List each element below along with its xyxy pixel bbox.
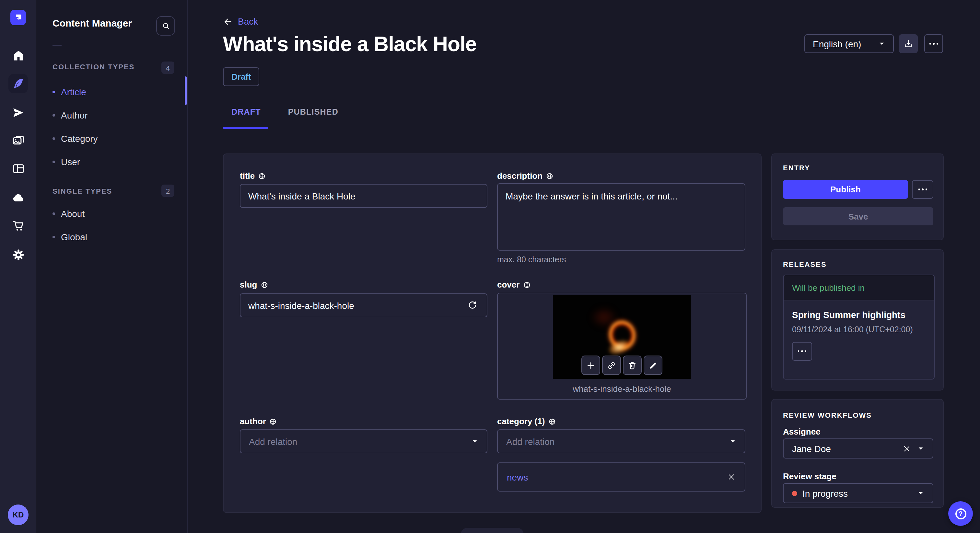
tab-published[interactable]: PUBLISHED <box>280 108 347 117</box>
globe-icon <box>260 281 268 289</box>
release-name: Spring Summer highlights <box>792 309 905 320</box>
entry-panel: ENTRY Publish Save <box>771 154 944 240</box>
title-field-label: title <box>240 171 266 181</box>
media-library-icon[interactable] <box>11 133 25 148</box>
marketplace-cart-icon[interactable] <box>11 218 25 233</box>
chevron-down-icon <box>917 490 924 497</box>
slug-input[interactable] <box>240 293 487 317</box>
cloud-deploy-icon[interactable] <box>11 190 25 205</box>
stage-value: In progress <box>802 488 848 498</box>
assignee-label: Assignee <box>783 427 821 436</box>
review-panel-title: REVIEW WORKFLOWS <box>783 411 872 419</box>
help-button[interactable]: ? <box>948 501 973 526</box>
locale-select[interactable]: English (en) <box>804 34 894 53</box>
save-button[interactable]: Save <box>783 207 933 225</box>
strapi-logo-icon[interactable] <box>10 10 26 25</box>
globe-icon <box>258 172 266 180</box>
page-title: What's inside a Black Hole <box>223 32 476 56</box>
user-avatar[interactable]: KD <box>8 504 29 525</box>
pencil-icon <box>648 360 658 370</box>
sidebar-item-global[interactable]: Global <box>52 225 169 249</box>
clear-assignee-icon[interactable] <box>903 444 911 452</box>
header-more-button[interactable] <box>924 34 943 53</box>
bullet-icon <box>52 137 55 140</box>
cover-actions <box>581 355 662 375</box>
entry-panel-title: ENTRY <box>783 164 810 171</box>
collection-types-header: COLLECTION TYPES <box>52 63 135 71</box>
release-date: 09/11/2024 at 16:00 (UTC+02:00) <box>792 325 913 334</box>
description-field-label: description <box>497 171 554 181</box>
author-relation-combobox[interactable]: Add relation <box>240 429 487 453</box>
download-icon <box>904 39 913 49</box>
review-workflows-panel: REVIEW WORKFLOWS Assignee Jane Doe Revie… <box>771 399 944 508</box>
release-status: Will be published in <box>784 275 934 300</box>
app: KD Content Manager COLLECTION TYPES 4 Ar… <box>0 0 980 533</box>
chevron-down-icon <box>917 445 924 452</box>
sidebar-item-label: About <box>61 209 84 219</box>
globe-icon <box>548 417 556 425</box>
globe-icon <box>546 172 554 180</box>
regenerate-slug-icon[interactable] <box>467 300 478 310</box>
assignee-combobox[interactable]: Jane Doe <box>783 438 933 458</box>
edit-media-button[interactable] <box>644 355 662 375</box>
export-download-button[interactable] <box>899 34 918 53</box>
plus-icon <box>586 360 596 370</box>
sidebar-item-author[interactable]: Author <box>52 104 169 127</box>
more-dots-icon <box>929 43 938 44</box>
title-input[interactable] <box>240 184 487 208</box>
sidebar-item-category[interactable]: Category <box>52 127 169 150</box>
category-field-label: category (1) <box>497 416 556 426</box>
edit-form-panel: title description Maybe the answer is in… <box>223 154 762 513</box>
chevron-down-icon <box>729 438 736 445</box>
search-icon <box>161 21 170 30</box>
sidebar-item-label: Author <box>61 110 88 121</box>
sidebar-item-user[interactable]: User <box>52 150 169 174</box>
slug-field-label: slug <box>240 280 268 289</box>
collapsed-section-peek[interactable] <box>461 528 524 533</box>
review-stage-select[interactable]: In progress <box>783 483 933 503</box>
back-link[interactable]: Back <box>223 16 258 27</box>
cover-media-field: what-s-inside-a-black-hole <box>497 293 747 400</box>
chevron-down-icon <box>471 438 478 445</box>
search-button[interactable] <box>156 16 175 36</box>
category-relation-combobox[interactable]: Add relation <box>497 429 745 453</box>
sidebar-item-about[interactable]: About <box>52 202 169 225</box>
tab-draft[interactable]: DRAFT <box>223 108 269 117</box>
author-placeholder: Add relation <box>249 436 297 447</box>
version-tabs: DRAFT PUBLISHED <box>223 108 347 117</box>
content-manager-icon[interactable] <box>8 74 28 93</box>
single-types-count-badge: 2 <box>161 185 174 197</box>
relation-link-news[interactable]: news <box>507 472 528 482</box>
trash-icon <box>627 360 637 370</box>
release-more-button[interactable] <box>792 342 812 361</box>
settings-gear-icon[interactable] <box>11 247 25 262</box>
status-badge: Draft <box>223 67 259 86</box>
add-media-button[interactable] <box>581 355 600 375</box>
delete-media-button[interactable] <box>623 355 642 375</box>
releases-panel-title: RELEASES <box>783 260 827 268</box>
sidebar-item-label: User <box>61 157 80 167</box>
remove-relation-icon[interactable] <box>727 473 736 481</box>
assignee-value: Jane Doe <box>792 443 831 454</box>
single-types-header: SINGLE TYPES <box>52 187 112 195</box>
release-card: Will be published in Spring Summer highl… <box>783 274 935 379</box>
sidebar-item-article[interactable]: Article <box>52 80 169 104</box>
sidebar-item-label: Global <box>61 232 87 242</box>
more-dots-icon <box>797 351 807 352</box>
releases-send-icon[interactable] <box>11 106 25 120</box>
publish-button[interactable]: Publish <box>783 180 908 199</box>
entry-more-button[interactable] <box>912 180 933 199</box>
globe-icon <box>269 417 277 425</box>
bullet-icon <box>52 213 55 215</box>
home-icon[interactable] <box>11 48 25 62</box>
author-field-label: author <box>240 416 277 426</box>
sidebar-scrollbar-thumb[interactable] <box>185 76 187 105</box>
copy-link-button[interactable] <box>602 355 621 375</box>
content-type-builder-icon[interactable] <box>11 161 25 176</box>
collection-types-count-badge: 4 <box>161 62 174 74</box>
description-textarea[interactable]: Maybe the answer is in this article, or … <box>497 183 745 251</box>
cover-field-label: cover <box>497 280 530 289</box>
stage-status-dot <box>792 490 797 496</box>
icon-rail: KD <box>0 0 37 533</box>
releases-panel: RELEASES Will be published in Spring Sum… <box>771 249 944 390</box>
